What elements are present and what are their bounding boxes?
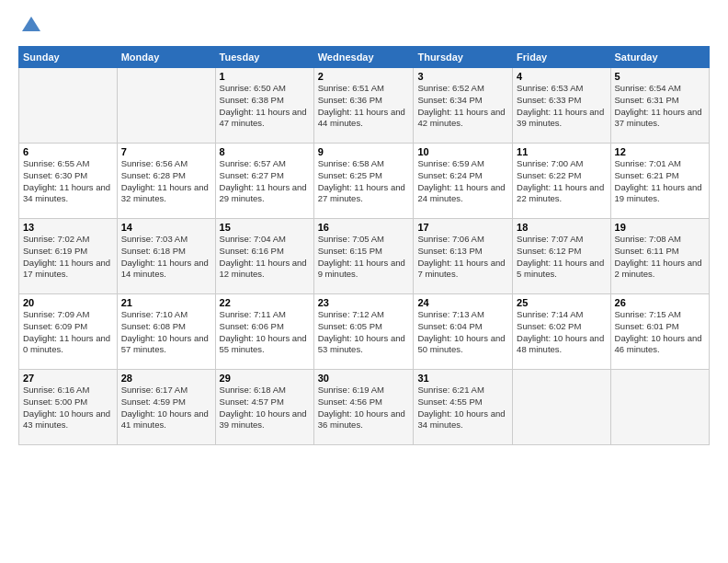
day-info: Sunrise: 7:15 AMSunset: 6:01 PMDaylight:… <box>615 309 705 356</box>
header-row: SundayMondayTuesdayWednesdayThursdayFrid… <box>19 47 710 68</box>
day-cell: 19Sunrise: 7:08 AMSunset: 6:11 PMDayligh… <box>610 219 709 294</box>
day-cell: 31Sunrise: 6:21 AMSunset: 4:55 PMDayligh… <box>414 370 513 445</box>
day-number: 5 <box>615 71 705 82</box>
day-cell <box>117 68 215 144</box>
day-info: Sunrise: 7:12 AMSunset: 6:05 PMDaylight:… <box>318 309 410 356</box>
day-info: Sunrise: 6:17 AMSunset: 4:59 PMDaylight:… <box>121 385 211 431</box>
header-sunday: Sunday <box>19 47 118 68</box>
day-number: 29 <box>220 373 310 384</box>
day-info: Sunrise: 7:11 AMSunset: 6:06 PMDaylight:… <box>220 309 310 356</box>
day-cell: 4Sunrise: 6:53 AMSunset: 6:33 PMDaylight… <box>513 68 610 144</box>
day-info: Sunrise: 6:59 AMSunset: 6:24 PMDaylight:… <box>417 158 508 205</box>
week-row-5: 27Sunrise: 6:16 AMSunset: 5:00 PMDayligh… <box>19 370 710 445</box>
day-cell: 17Sunrise: 7:06 AMSunset: 6:13 PMDayligh… <box>414 219 513 294</box>
day-number: 28 <box>121 373 211 384</box>
day-cell: 2Sunrise: 6:51 AMSunset: 6:36 PMDaylight… <box>313 68 414 144</box>
day-number: 6 <box>23 146 113 157</box>
day-info: Sunrise: 6:54 AMSunset: 6:31 PMDaylight:… <box>615 83 705 130</box>
day-info: Sunrise: 6:53 AMSunset: 6:33 PMDaylight:… <box>517 83 606 130</box>
day-info: Sunrise: 7:07 AMSunset: 6:12 PMDaylight:… <box>517 234 606 281</box>
page-header <box>18 15 710 37</box>
day-number: 3 <box>417 71 508 82</box>
day-number: 21 <box>121 297 211 308</box>
day-info: Sunrise: 7:10 AMSunset: 6:08 PMDaylight:… <box>121 309 211 356</box>
logo <box>18 15 42 37</box>
day-number: 18 <box>517 222 606 233</box>
day-cell: 25Sunrise: 7:14 AMSunset: 6:02 PMDayligh… <box>513 294 610 370</box>
day-cell: 29Sunrise: 6:18 AMSunset: 4:57 PMDayligh… <box>215 370 313 445</box>
day-info: Sunrise: 6:51 AMSunset: 6:36 PMDaylight:… <box>318 83 410 130</box>
day-cell: 20Sunrise: 7:09 AMSunset: 6:09 PMDayligh… <box>19 294 118 370</box>
day-number: 7 <box>121 146 211 157</box>
day-cell: 16Sunrise: 7:05 AMSunset: 6:15 PMDayligh… <box>313 219 414 294</box>
day-info: Sunrise: 6:58 AMSunset: 6:25 PMDaylight:… <box>318 158 410 205</box>
day-number: 23 <box>318 297 410 308</box>
day-info: Sunrise: 7:09 AMSunset: 6:09 PMDaylight:… <box>23 309 113 356</box>
day-number: 10 <box>417 146 508 157</box>
day-cell: 23Sunrise: 7:12 AMSunset: 6:05 PMDayligh… <box>313 294 414 370</box>
day-info: Sunrise: 6:50 AMSunset: 6:38 PMDaylight:… <box>220 83 310 130</box>
day-cell: 3Sunrise: 6:52 AMSunset: 6:34 PMDaylight… <box>414 68 513 144</box>
day-cell: 14Sunrise: 7:03 AMSunset: 6:18 PMDayligh… <box>117 219 215 294</box>
day-number: 9 <box>318 146 410 157</box>
day-number: 26 <box>615 297 705 308</box>
day-cell <box>513 370 610 445</box>
day-number: 30 <box>318 373 410 384</box>
day-info: Sunrise: 7:02 AMSunset: 6:19 PMDaylight:… <box>23 234 113 281</box>
day-number: 25 <box>517 297 606 308</box>
day-number: 4 <box>517 71 606 82</box>
day-cell: 18Sunrise: 7:07 AMSunset: 6:12 PMDayligh… <box>513 219 610 294</box>
day-number: 11 <box>517 146 606 157</box>
day-number: 13 <box>23 222 113 233</box>
day-info: Sunrise: 7:08 AMSunset: 6:11 PMDaylight:… <box>615 234 705 281</box>
day-cell: 24Sunrise: 7:13 AMSunset: 6:04 PMDayligh… <box>414 294 513 370</box>
header-thursday: Thursday <box>414 47 513 68</box>
day-info: Sunrise: 7:13 AMSunset: 6:04 PMDaylight:… <box>417 309 508 356</box>
week-row-3: 13Sunrise: 7:02 AMSunset: 6:19 PMDayligh… <box>19 219 710 294</box>
calendar-table: SundayMondayTuesdayWednesdayThursdayFrid… <box>18 46 710 445</box>
day-number: 24 <box>417 297 508 308</box>
day-number: 1 <box>220 71 310 82</box>
day-cell: 26Sunrise: 7:15 AMSunset: 6:01 PMDayligh… <box>610 294 709 370</box>
day-cell <box>610 370 709 445</box>
day-number: 8 <box>220 146 310 157</box>
day-info: Sunrise: 6:57 AMSunset: 6:27 PMDaylight:… <box>220 158 310 205</box>
day-info: Sunrise: 6:16 AMSunset: 5:00 PMDaylight:… <box>23 385 113 431</box>
day-cell: 15Sunrise: 7:04 AMSunset: 6:16 PMDayligh… <box>215 219 313 294</box>
day-number: 22 <box>220 297 310 308</box>
day-cell <box>19 68 118 144</box>
day-cell: 30Sunrise: 6:19 AMSunset: 4:56 PMDayligh… <box>313 370 414 445</box>
day-cell: 12Sunrise: 7:01 AMSunset: 6:21 PMDayligh… <box>610 144 709 219</box>
day-cell: 8Sunrise: 6:57 AMSunset: 6:27 PMDaylight… <box>215 144 313 219</box>
day-number: 31 <box>417 373 508 384</box>
header-wednesday: Wednesday <box>313 47 414 68</box>
day-info: Sunrise: 6:18 AMSunset: 4:57 PMDaylight:… <box>220 385 310 431</box>
header-tuesday: Tuesday <box>215 47 313 68</box>
day-info: Sunrise: 6:56 AMSunset: 6:28 PMDaylight:… <box>121 158 211 205</box>
logo-icon <box>20 15 42 37</box>
day-info: Sunrise: 7:06 AMSunset: 6:13 PMDaylight:… <box>417 234 508 281</box>
day-info: Sunrise: 6:52 AMSunset: 6:34 PMDaylight:… <box>417 83 508 130</box>
day-info: Sunrise: 7:01 AMSunset: 6:21 PMDaylight:… <box>615 158 705 205</box>
day-cell: 1Sunrise: 6:50 AMSunset: 6:38 PMDaylight… <box>215 68 313 144</box>
day-info: Sunrise: 7:14 AMSunset: 6:02 PMDaylight:… <box>517 309 606 356</box>
header-saturday: Saturday <box>610 47 709 68</box>
day-info: Sunrise: 7:05 AMSunset: 6:15 PMDaylight:… <box>318 234 410 281</box>
day-cell: 5Sunrise: 6:54 AMSunset: 6:31 PMDaylight… <box>610 68 709 144</box>
day-cell: 28Sunrise: 6:17 AMSunset: 4:59 PMDayligh… <box>117 370 215 445</box>
day-cell: 11Sunrise: 7:00 AMSunset: 6:22 PMDayligh… <box>513 144 610 219</box>
day-number: 16 <box>318 222 410 233</box>
day-cell: 22Sunrise: 7:11 AMSunset: 6:06 PMDayligh… <box>215 294 313 370</box>
day-info: Sunrise: 7:00 AMSunset: 6:22 PMDaylight:… <box>517 158 606 205</box>
day-number: 17 <box>417 222 508 233</box>
day-number: 15 <box>220 222 310 233</box>
day-info: Sunrise: 7:03 AMSunset: 6:18 PMDaylight:… <box>121 234 211 281</box>
day-cell: 7Sunrise: 6:56 AMSunset: 6:28 PMDaylight… <box>117 144 215 219</box>
svg-marker-0 <box>22 17 40 31</box>
day-cell: 21Sunrise: 7:10 AMSunset: 6:08 PMDayligh… <box>117 294 215 370</box>
day-info: Sunrise: 6:55 AMSunset: 6:30 PMDaylight:… <box>23 158 113 205</box>
day-number: 27 <box>23 373 113 384</box>
day-cell: 10Sunrise: 6:59 AMSunset: 6:24 PMDayligh… <box>414 144 513 219</box>
day-cell: 13Sunrise: 7:02 AMSunset: 6:19 PMDayligh… <box>19 219 118 294</box>
day-cell: 9Sunrise: 6:58 AMSunset: 6:25 PMDaylight… <box>313 144 414 219</box>
